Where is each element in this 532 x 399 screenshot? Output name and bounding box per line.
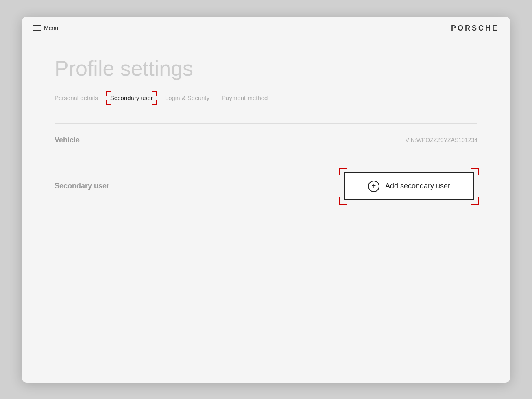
browser-window: Menu PORSCHE Profile settings Personal d… [22,17,510,383]
menu-button[interactable]: Menu [33,25,58,31]
tab-personal-details-label: Personal details [55,94,98,101]
porsche-logo: PORSCHE [451,24,499,33]
tab-navigation: Personal details Secondary user Login & … [55,93,477,103]
secondary-user-section: Secondary user + Add secondary user [55,157,477,216]
tab-payment-method[interactable]: Payment method [222,93,268,103]
add-secondary-user-button[interactable]: + Add secondary user [344,172,474,200]
vin-value: VIN:WPOZZZ9YZAS101234 [406,137,477,143]
page-title: Profile settings [55,56,477,81]
tab-login-security-label: Login & Security [165,94,209,101]
top-bar: Menu PORSCHE [22,17,510,40]
tab-personal-details[interactable]: Personal details [55,93,98,103]
tab-secondary-user-label: Secondary user [110,94,153,101]
vehicle-section: Vehicle VIN:WPOZZZ9YZAS101234 [55,124,477,157]
tab-payment-method-label: Payment method [222,94,268,101]
add-button-bracket: + Add secondary user [341,169,477,203]
hamburger-icon [33,25,41,31]
vehicle-label: Vehicle [55,136,168,144]
menu-label: Menu [44,25,58,31]
tab-secondary-user[interactable]: Secondary user [110,93,153,103]
tab-login-security[interactable]: Login & Security [165,93,209,103]
tab-secondary-user-bracket: Secondary user [110,94,153,101]
add-secondary-user-label: Add secondary user [385,182,450,190]
secondary-user-label: Secondary user [55,182,168,190]
content-area: Profile settings Personal details Second… [22,40,510,232]
add-secondary-user-wrapper: + Add secondary user [341,169,477,203]
plus-icon: + [368,181,379,192]
